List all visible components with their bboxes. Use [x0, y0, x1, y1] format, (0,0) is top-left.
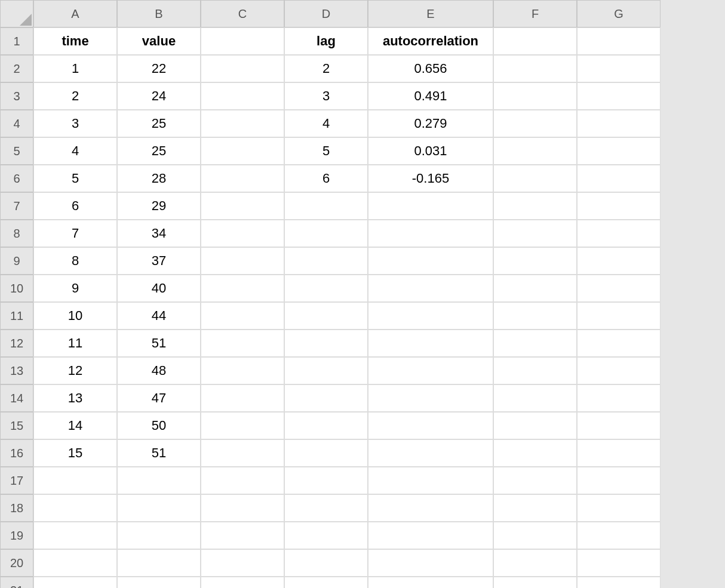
- cell-E10[interactable]: [368, 275, 493, 302]
- cell-F19[interactable]: [493, 522, 577, 549]
- cell-G2[interactable]: [577, 55, 661, 82]
- cell-C11[interactable]: [201, 302, 284, 330]
- cell-C10[interactable]: [201, 275, 284, 302]
- column-header-C[interactable]: C: [201, 0, 284, 27]
- cell-G11[interactable]: [577, 302, 661, 330]
- cell-G20[interactable]: [577, 549, 661, 577]
- cell-G16[interactable]: [577, 439, 661, 467]
- cell-D18[interactable]: [284, 494, 368, 522]
- cell-F18[interactable]: [493, 494, 577, 522]
- cell-F21[interactable]: [493, 577, 577, 588]
- cell-D10[interactable]: [284, 275, 368, 302]
- cell-D20[interactable]: [284, 549, 368, 577]
- cell-A17[interactable]: [33, 467, 117, 494]
- cell-B12[interactable]: 51: [117, 330, 201, 357]
- row-header-21[interactable]: 21: [0, 577, 33, 588]
- column-header-E[interactable]: E: [368, 0, 493, 27]
- cell-C6[interactable]: [201, 165, 284, 192]
- cell-D17[interactable]: [284, 467, 368, 494]
- cell-B15[interactable]: 50: [117, 412, 201, 439]
- cell-G10[interactable]: [577, 275, 661, 302]
- cell-G19[interactable]: [577, 522, 661, 549]
- row-header-2[interactable]: 2: [0, 55, 33, 82]
- cell-A16[interactable]: 15: [33, 439, 117, 467]
- cell-A1[interactable]: time: [33, 27, 117, 55]
- cell-A18[interactable]: [33, 494, 117, 522]
- cell-C3[interactable]: [201, 82, 284, 110]
- cell-E9[interactable]: [368, 247, 493, 275]
- cell-A9[interactable]: 8: [33, 247, 117, 275]
- column-header-G[interactable]: G: [577, 0, 661, 27]
- cell-D13[interactable]: [284, 357, 368, 384]
- cell-E20[interactable]: [368, 549, 493, 577]
- cell-B3[interactable]: 24: [117, 82, 201, 110]
- cell-C19[interactable]: [201, 522, 284, 549]
- cell-B2[interactable]: 22: [117, 55, 201, 82]
- cell-B1[interactable]: value: [117, 27, 201, 55]
- cell-A20[interactable]: [33, 549, 117, 577]
- cell-C15[interactable]: [201, 412, 284, 439]
- cell-B20[interactable]: [117, 549, 201, 577]
- cell-F1[interactable]: [493, 27, 577, 55]
- cell-A15[interactable]: 14: [33, 412, 117, 439]
- row-header-13[interactable]: 13: [0, 357, 33, 384]
- cell-A5[interactable]: 4: [33, 137, 117, 165]
- cell-F9[interactable]: [493, 247, 577, 275]
- cell-B9[interactable]: 37: [117, 247, 201, 275]
- cell-A2[interactable]: 1: [33, 55, 117, 82]
- cell-B7[interactable]: 29: [117, 192, 201, 220]
- cell-E3[interactable]: 0.491: [368, 82, 493, 110]
- cell-C2[interactable]: [201, 55, 284, 82]
- cell-C13[interactable]: [201, 357, 284, 384]
- cell-A6[interactable]: 5: [33, 165, 117, 192]
- cell-F13[interactable]: [493, 357, 577, 384]
- cell-G13[interactable]: [577, 357, 661, 384]
- cell-E14[interactable]: [368, 384, 493, 412]
- row-header-4[interactable]: 4: [0, 110, 33, 137]
- cell-F11[interactable]: [493, 302, 577, 330]
- cell-E5[interactable]: 0.031: [368, 137, 493, 165]
- cell-E15[interactable]: [368, 412, 493, 439]
- cell-B17[interactable]: [117, 467, 201, 494]
- cell-D16[interactable]: [284, 439, 368, 467]
- cell-E11[interactable]: [368, 302, 493, 330]
- cell-B14[interactable]: 47: [117, 384, 201, 412]
- cell-E4[interactable]: 0.279: [368, 110, 493, 137]
- cell-E18[interactable]: [368, 494, 493, 522]
- cell-A11[interactable]: 10: [33, 302, 117, 330]
- cell-E21[interactable]: [368, 577, 493, 588]
- cell-E2[interactable]: 0.656: [368, 55, 493, 82]
- cell-B10[interactable]: 40: [117, 275, 201, 302]
- row-header-9[interactable]: 9: [0, 247, 33, 275]
- cell-C12[interactable]: [201, 330, 284, 357]
- cell-B11[interactable]: 44: [117, 302, 201, 330]
- cell-D7[interactable]: [284, 192, 368, 220]
- row-header-3[interactable]: 3: [0, 82, 33, 110]
- cell-C7[interactable]: [201, 192, 284, 220]
- cell-D8[interactable]: [284, 220, 368, 247]
- row-header-7[interactable]: 7: [0, 192, 33, 220]
- cell-G4[interactable]: [577, 110, 661, 137]
- cell-A13[interactable]: 12: [33, 357, 117, 384]
- cell-C14[interactable]: [201, 384, 284, 412]
- cell-C16[interactable]: [201, 439, 284, 467]
- select-all-corner[interactable]: [0, 0, 33, 27]
- cell-A14[interactable]: 13: [33, 384, 117, 412]
- row-header-16[interactable]: 16: [0, 439, 33, 467]
- column-header-B[interactable]: B: [117, 0, 201, 27]
- row-header-18[interactable]: 18: [0, 494, 33, 522]
- cell-E16[interactable]: [368, 439, 493, 467]
- cell-G9[interactable]: [577, 247, 661, 275]
- cell-F14[interactable]: [493, 384, 577, 412]
- cell-D3[interactable]: 3: [284, 82, 368, 110]
- cell-D9[interactable]: [284, 247, 368, 275]
- cell-G7[interactable]: [577, 192, 661, 220]
- cell-E19[interactable]: [368, 522, 493, 549]
- cell-E7[interactable]: [368, 192, 493, 220]
- cell-D21[interactable]: [284, 577, 368, 588]
- row-header-6[interactable]: 6: [0, 165, 33, 192]
- cell-G3[interactable]: [577, 82, 661, 110]
- cell-D11[interactable]: [284, 302, 368, 330]
- cell-B19[interactable]: [117, 522, 201, 549]
- cell-A8[interactable]: 7: [33, 220, 117, 247]
